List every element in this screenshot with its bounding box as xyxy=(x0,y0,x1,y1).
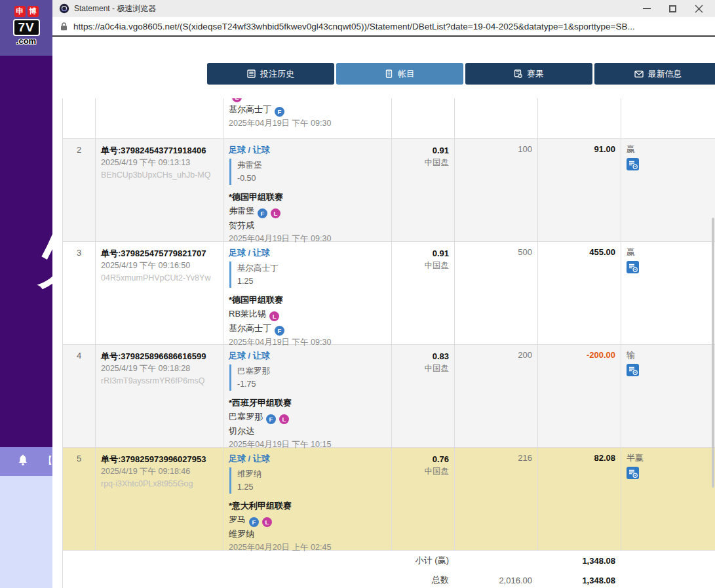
lock-icon xyxy=(60,22,68,31)
bet-result-icon[interactable] xyxy=(627,158,639,173)
handicap-value: 1.25 xyxy=(237,480,386,494)
pick-team: 弗雷堡 xyxy=(237,159,386,172)
tab-latest-news[interactable]: 最新信息 xyxy=(594,63,715,85)
close-button[interactable] xyxy=(695,5,703,13)
order-number: 单号:379824543771918406 xyxy=(101,144,218,157)
handicap-value: -1.75 xyxy=(237,378,386,391)
window-titlebar: Statement - 极速浏览器 xyxy=(52,0,715,17)
winloss-cell: -200.00 xyxy=(538,345,621,447)
odds-cell: 0.91中国盘 xyxy=(392,242,455,344)
notice-bar[interactable]: 【公告】 xyxy=(0,447,52,476)
match-date: 2025年04月20日 上午 02:45 xyxy=(229,541,386,555)
stake-cell: 500 xyxy=(455,242,538,344)
bell-icon xyxy=(16,454,30,468)
bet-detail-cell: 足球 / 让球基尔高士丁1.25*德国甲组联赛RB莱比锡L基尔高士丁F2025年… xyxy=(223,242,392,344)
pick-block: 基尔高士丁1.25 xyxy=(229,262,386,288)
tab-label: 最新信息 xyxy=(648,68,682,80)
row-number: 2 xyxy=(63,139,96,241)
logo-domain: .com xyxy=(0,36,52,46)
bet-statement-table: L 基尔高士丁F 2025年04月19日 下午 09:30 2单号:379824… xyxy=(62,98,715,588)
row-number: 4 xyxy=(63,345,96,447)
order-hash: rRI3mT9ayssrmYR6fP6msQ xyxy=(101,375,218,387)
handicap-value: 1.25 xyxy=(237,275,386,288)
order-cell: 单号:3798254757798217072025/4/19 下午 09:16:… xyxy=(96,242,223,344)
order-time: 2025/4/19 下午 09:16:50 xyxy=(101,260,218,272)
browser-window: 申 博 7V .com 火 【公告】 Statement - xyxy=(0,0,715,588)
pick-block: 维罗纳1.25 xyxy=(229,467,386,494)
bet-result-icon[interactable] xyxy=(627,364,639,379)
flag-l-icon: L xyxy=(279,414,289,424)
handicap-value: -0.50 xyxy=(237,172,386,185)
tab-bet-history[interactable]: 投注历史 xyxy=(207,63,334,85)
league-name: *德国甲组联赛 xyxy=(229,190,386,204)
odds-market: 中国盘 xyxy=(397,157,449,169)
odds-cell: 0.76中国盘 xyxy=(392,448,455,550)
bet-detail-cell: 足球 / 让球弗雷堡-0.50*德国甲组联赛弗雷堡FL贺芬咸2025年04月19… xyxy=(223,139,392,241)
odds-value: 0.91 xyxy=(397,144,449,157)
pick-team: 维罗纳 xyxy=(237,467,386,480)
table-row: 5单号:3798259739960279532025/4/19 下午 09:18… xyxy=(63,448,715,551)
flag-f-icon: F xyxy=(275,326,284,336)
sidebar-body: 火 xyxy=(0,56,52,447)
browser-logo-icon xyxy=(59,3,69,14)
league-name: *德国甲组联赛 xyxy=(229,293,386,307)
address-bar[interactable]: https://a0c4ia.vgo8605.net/(S(xideqseT24… xyxy=(52,17,715,37)
results-icon xyxy=(514,69,522,78)
away-team: 基尔高士丁F xyxy=(229,321,386,336)
order-time: 2025/4/19 下午 09:13:13 xyxy=(101,157,218,169)
bet-type-link[interactable]: 足球 / 让球 xyxy=(229,246,386,260)
logo-badge-1: 申 xyxy=(14,6,26,17)
tab-label: 帐目 xyxy=(398,68,415,80)
status-text: 输 xyxy=(627,349,710,361)
flag-f-icon: F xyxy=(266,414,276,424)
order-hash: BEhCUp3bUpxCHs_uhJb-MQ xyxy=(101,169,218,182)
row-number: 5 xyxy=(63,448,96,550)
order-time: 2025/4/19 下午 09:18:28 xyxy=(101,363,218,375)
site-logo[interactable]: 申 博 7V .com xyxy=(0,0,52,46)
order-time: 2025/4/19 下午 09:18:46 xyxy=(101,465,218,478)
bet-result-icon[interactable] xyxy=(627,261,639,276)
odds-market: 中国盘 xyxy=(397,260,449,272)
scrollbar[interactable] xyxy=(712,218,714,488)
odds-market: 中国盘 xyxy=(397,363,449,375)
bet-type-link[interactable]: 足球 / 让球 xyxy=(229,349,386,363)
maximize-button[interactable] xyxy=(669,5,676,12)
bet-detail-cell: 足球 / 让球维罗纳1.25*意大利甲组联赛罗马FL维罗纳2025年04月20日… xyxy=(223,448,392,550)
order-cell: 单号:3798245437719184062025/4/19 下午 09:13:… xyxy=(96,139,223,241)
home-team: 巴塞罗那FL xyxy=(229,410,386,424)
tab-label: 投注历史 xyxy=(260,68,294,80)
odds-value: 0.76 xyxy=(397,453,449,465)
status-cell: 输 xyxy=(621,345,715,447)
bet-type-link[interactable]: 足球 / 让球 xyxy=(229,452,386,465)
flag-f-icon: F xyxy=(275,107,284,117)
logo-badge-2: 博 xyxy=(28,6,39,17)
home-team: RB莱比锡L xyxy=(229,307,386,321)
tab-statement[interactable]: 帐目 xyxy=(336,63,463,85)
pick-block: 巴塞罗那-1.75 xyxy=(229,364,386,391)
mail-icon xyxy=(634,70,644,78)
total-row: 总数 2,016.00 1,348.08 xyxy=(63,570,715,588)
order-number: 单号:379825475779821707 xyxy=(101,247,218,260)
status-cell: 赢 xyxy=(621,242,715,344)
table-row-partial: L 基尔高士丁F 2025年04月19日 下午 09:30 xyxy=(63,98,715,139)
subtotal-win: 1,348.08 xyxy=(538,556,621,566)
odds-cell: 0.83中国盘 xyxy=(392,345,455,447)
watermark-character: 火 xyxy=(34,214,52,292)
notice-marquee: 【公告】 xyxy=(43,455,52,467)
winloss-cell: 455.00 xyxy=(538,242,621,344)
minimize-button[interactable] xyxy=(643,8,651,9)
bet-type-link[interactable]: 足球 / 让球 xyxy=(229,144,386,157)
tab-label: 赛果 xyxy=(527,68,544,80)
pick-block: 弗雷堡-0.50 xyxy=(229,159,386,185)
odds-cell: 0.91中国盘 xyxy=(392,139,455,241)
away-team: 维罗纳 xyxy=(229,527,386,541)
row-number: 3 xyxy=(63,242,96,344)
odds-value: 0.83 xyxy=(397,350,449,363)
bet-detail-cell: L 基尔高士丁F 2025年04月19日 下午 09:30 xyxy=(223,98,392,138)
bet-result-icon[interactable] xyxy=(627,467,639,482)
tab-results[interactable]: 赛果 xyxy=(465,63,592,85)
subtotal-row: 小计 (赢) 1,348.08 xyxy=(63,551,715,570)
flag-l-icon: L xyxy=(271,208,280,218)
order-cell: 单号:3798259739960279532025/4/19 下午 09:18:… xyxy=(96,448,223,550)
status-text: 半赢 xyxy=(627,452,710,464)
